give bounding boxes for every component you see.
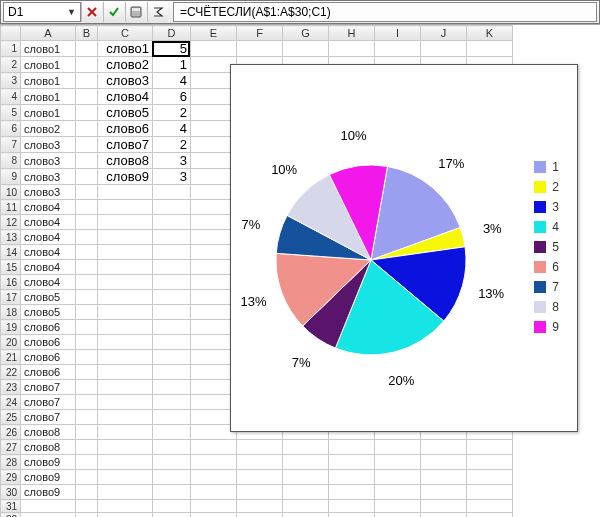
row-header[interactable]: 9	[1, 169, 21, 185]
cell[interactable]	[191, 470, 237, 485]
cell[interactable]: слово2	[98, 57, 153, 73]
cell[interactable]	[21, 513, 76, 518]
cell[interactable]	[76, 121, 98, 137]
cell[interactable]	[153, 425, 191, 440]
column-header[interactable]: B	[76, 26, 98, 41]
row-header[interactable]: 8	[1, 153, 21, 169]
cell[interactable]	[329, 513, 375, 518]
cell[interactable]: слово4	[21, 200, 76, 215]
cell[interactable]	[153, 260, 191, 275]
cell[interactable]	[98, 500, 153, 513]
row-header[interactable]: 26	[1, 425, 21, 440]
sum-button[interactable]	[147, 2, 169, 22]
cell[interactable]: слово1	[98, 41, 153, 57]
cell[interactable]	[76, 215, 98, 230]
row-header[interactable]: 12	[1, 215, 21, 230]
cell[interactable]: слово6	[21, 335, 76, 350]
cell[interactable]	[375, 470, 421, 485]
row-header[interactable]: 15	[1, 260, 21, 275]
cell[interactable]	[98, 185, 153, 200]
cell[interactable]: слово1	[21, 57, 76, 73]
row-header[interactable]: 18	[1, 305, 21, 320]
pie-chart[interactable]: 17%3%13%20%7%13%7%10%10% 123456789	[230, 64, 578, 432]
cell[interactable]: слово3	[21, 153, 76, 169]
cell[interactable]	[283, 41, 329, 57]
cell[interactable]: 2	[153, 137, 191, 153]
cell[interactable]	[98, 245, 153, 260]
cell[interactable]	[153, 350, 191, 365]
cell[interactable]	[283, 500, 329, 513]
cell[interactable]	[153, 410, 191, 425]
cell[interactable]	[76, 185, 98, 200]
cell[interactable]	[329, 470, 375, 485]
cell[interactable]: слово4	[21, 260, 76, 275]
cell[interactable]	[467, 470, 513, 485]
cell[interactable]	[237, 455, 283, 470]
cell[interactable]: слово1	[21, 41, 76, 57]
row-header[interactable]: 22	[1, 365, 21, 380]
cell[interactable]	[153, 215, 191, 230]
row-header[interactable]: 4	[1, 89, 21, 105]
cell[interactable]	[153, 365, 191, 380]
row-header[interactable]: 7	[1, 137, 21, 153]
cell[interactable]	[98, 230, 153, 245]
cell[interactable]: слово4	[21, 215, 76, 230]
cell[interactable]	[98, 410, 153, 425]
cell[interactable]	[191, 440, 237, 455]
row-header[interactable]: 27	[1, 440, 21, 455]
cancel-button[interactable]	[81, 2, 103, 22]
cell[interactable]	[191, 500, 237, 513]
cell[interactable]	[76, 57, 98, 73]
cell[interactable]: слово9	[98, 169, 153, 185]
cell[interactable]	[76, 89, 98, 105]
row-header[interactable]: 29	[1, 470, 21, 485]
cell[interactable]	[76, 320, 98, 335]
cell[interactable]	[421, 485, 467, 500]
cell[interactable]	[76, 260, 98, 275]
cell[interactable]	[153, 470, 191, 485]
cell[interactable]	[98, 440, 153, 455]
cell[interactable]	[237, 500, 283, 513]
cell[interactable]: слово4	[21, 245, 76, 260]
column-header[interactable]: A	[21, 26, 76, 41]
cell[interactable]	[98, 215, 153, 230]
cell[interactable]: слово7	[21, 410, 76, 425]
cell[interactable]	[76, 470, 98, 485]
cell[interactable]	[98, 455, 153, 470]
column-header[interactable]: H	[329, 26, 375, 41]
cell[interactable]	[98, 395, 153, 410]
cell[interactable]	[153, 455, 191, 470]
cell[interactable]: слово5	[21, 290, 76, 305]
cell[interactable]	[76, 440, 98, 455]
cell[interactable]: слово6	[21, 365, 76, 380]
cell[interactable]	[98, 290, 153, 305]
cell[interactable]	[467, 440, 513, 455]
row-header[interactable]: 1	[1, 41, 21, 57]
calculator-button[interactable]	[125, 2, 147, 22]
cell[interactable]	[191, 513, 237, 518]
column-header[interactable]: E	[191, 26, 237, 41]
cell[interactable]	[98, 485, 153, 500]
cell[interactable]	[76, 425, 98, 440]
cell[interactable]	[421, 41, 467, 57]
cell[interactable]: слово9	[21, 470, 76, 485]
cell[interactable]: 3	[153, 169, 191, 185]
column-header[interactable]: I	[375, 26, 421, 41]
cell[interactable]	[283, 470, 329, 485]
cell[interactable]	[421, 470, 467, 485]
cell[interactable]	[76, 455, 98, 470]
cell[interactable]: слово7	[21, 395, 76, 410]
cell[interactable]: слово7	[98, 137, 153, 153]
cell[interactable]	[191, 41, 237, 57]
cell[interactable]: слово1	[21, 105, 76, 121]
cell[interactable]	[467, 41, 513, 57]
cell[interactable]	[98, 380, 153, 395]
cell[interactable]: 4	[153, 73, 191, 89]
cell[interactable]	[153, 275, 191, 290]
cell[interactable]	[153, 290, 191, 305]
cell[interactable]: слово7	[21, 380, 76, 395]
cell[interactable]	[76, 200, 98, 215]
cell[interactable]	[237, 41, 283, 57]
cell[interactable]	[98, 320, 153, 335]
cell[interactable]: слово3	[21, 185, 76, 200]
